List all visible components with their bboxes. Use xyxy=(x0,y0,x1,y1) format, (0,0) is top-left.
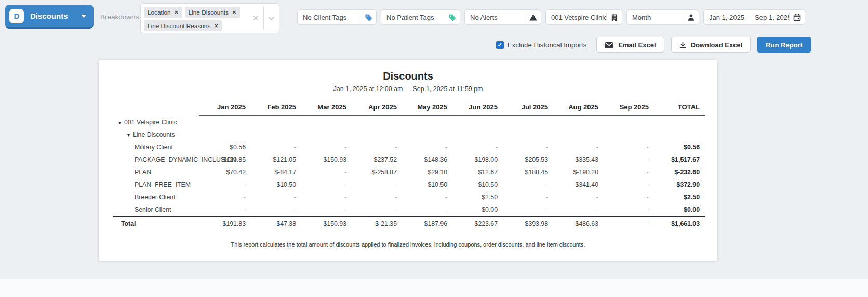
breakdown-tags: Location ✕ Line Discounts ✕ Line Discoun… xyxy=(141,4,248,33)
table-cell: - xyxy=(598,191,649,203)
table-cell: $-21.35 xyxy=(346,216,397,230)
table-cell: $187.96 xyxy=(397,216,447,230)
alert-icon xyxy=(525,14,541,21)
breakdown-tag-label: Line Discounts xyxy=(189,9,229,16)
interval-filter[interactable]: Month xyxy=(626,9,699,25)
breakdown-tag[interactable]: Line Discounts ✕ xyxy=(185,7,240,18)
breakdowns-multiselect[interactable]: Location ✕ Line Discounts ✕ Line Discoun… xyxy=(140,3,279,33)
row-label-header xyxy=(113,100,199,116)
row-label-text: PLAN_FREE_ITEM xyxy=(135,181,191,188)
checkbox-checked-icon[interactable]: ✓ xyxy=(496,41,504,49)
exclude-historical-checkbox[interactable]: ✓ Exclude Historical Imports xyxy=(496,41,586,49)
breakdowns-label: Breakdowns: xyxy=(100,13,141,21)
table-cell: $10.50 xyxy=(397,178,447,191)
table-row: PLAN_FREE_ITEM-$10.50--$10.50$10.50-$341… xyxy=(113,178,705,191)
row-label: PLAN_FREE_ITEM xyxy=(113,178,199,191)
table-cell xyxy=(346,116,397,128)
row-label-text: PLAN xyxy=(135,169,151,176)
chevron-down-icon[interactable] xyxy=(264,16,279,20)
total-row-label: Total xyxy=(113,216,199,230)
table-cell: - xyxy=(346,178,397,191)
table-row: ▾001 Vetspire Clinic xyxy=(113,116,705,128)
table-cell: - xyxy=(346,191,397,203)
table-cell: $70.42 xyxy=(199,166,246,178)
table-cell: - xyxy=(296,178,346,191)
column-header: Aug 2025 xyxy=(548,100,598,116)
date-range-filter[interactable]: Jan 1, 2025 — Sep 1, 2025 xyxy=(703,9,805,25)
tree-caret-icon[interactable]: ▾ xyxy=(118,120,121,125)
table-cell: $2.50 xyxy=(447,191,498,203)
email-excel-button[interactable]: Email Excel xyxy=(596,37,664,53)
table-cell: $12.67 xyxy=(447,166,498,178)
x-icon[interactable]: ✕ xyxy=(214,23,218,29)
client-tags-filter[interactable]: No Client Tags xyxy=(297,9,377,25)
table-cell: $150.93 xyxy=(296,153,346,166)
table-body: ▾001 Vetspire Clinic▾Line DiscountsMilit… xyxy=(113,116,705,230)
clear-icon[interactable]: ✕ xyxy=(248,14,263,22)
table-cell: $-84.17 xyxy=(246,166,296,178)
table-cell xyxy=(199,128,246,141)
table-cell: - xyxy=(498,203,548,217)
table-cell: - xyxy=(296,141,346,153)
table-cell: $10.50 xyxy=(447,178,498,191)
tree-caret-icon[interactable]: ▾ xyxy=(127,132,130,138)
table-cell: - xyxy=(498,191,548,203)
download-icon xyxy=(679,41,686,48)
table-cell: - xyxy=(296,203,346,217)
table-cell xyxy=(296,116,346,128)
table-cell: - xyxy=(397,191,447,203)
table-cell: - xyxy=(498,178,548,191)
exclude-historical-label: Exclude Historical Imports xyxy=(508,41,586,49)
calendar-icon xyxy=(790,14,805,21)
table-cell: - xyxy=(598,178,649,191)
table-cell: $188.45 xyxy=(498,166,548,178)
column-header: May 2025 xyxy=(397,100,447,116)
table-cell: $47.38 xyxy=(246,216,296,230)
report-picker-button[interactable]: D Discounts xyxy=(5,5,94,29)
table-cell: $1,661.03 xyxy=(649,216,705,230)
x-icon[interactable]: ✕ xyxy=(232,9,236,15)
table-cell xyxy=(246,116,296,128)
table-cell xyxy=(346,128,397,141)
report-title: Discounts xyxy=(99,70,717,82)
row-label-text: Senior Client xyxy=(135,206,171,213)
column-header: Mar 2025 xyxy=(296,100,346,116)
alerts-filter[interactable]: No Alerts xyxy=(464,9,541,25)
table-cell: - xyxy=(246,191,296,203)
row-label[interactable]: ▾001 Vetspire Clinic xyxy=(113,116,199,128)
table-cell: - xyxy=(548,203,598,217)
column-header: Feb 2025 xyxy=(246,100,296,116)
table-row: Military Client$0.56--------$0.56 xyxy=(113,141,705,153)
table-cell: - xyxy=(397,141,447,153)
table-total-row: Total$191.83$47.38$150.93$-21.35$187.96$… xyxy=(113,216,705,230)
breakdown-tag[interactable]: Line Discount Reasons ✕ xyxy=(144,20,222,31)
table-cell: $341.40 xyxy=(548,178,598,191)
row-label-text: Military Client xyxy=(135,144,173,151)
tag-icon xyxy=(360,14,376,21)
location-filter[interactable]: 001 Vetspire Clinic xyxy=(545,9,622,25)
breakdown-tag-label: Line Discount Reasons xyxy=(148,22,210,30)
table-cell: $150.93 xyxy=(296,216,346,230)
table-cell: - xyxy=(296,191,346,203)
table-cell: - xyxy=(346,141,397,153)
report-footnote: This report calculates the total amount … xyxy=(99,241,717,248)
breakdown-tag[interactable]: Location ✕ xyxy=(144,7,182,18)
download-excel-button[interactable]: Download Excel xyxy=(671,37,751,53)
table-cell: $335.43 xyxy=(548,153,598,166)
table-cell xyxy=(397,128,447,141)
table-cell xyxy=(548,128,598,141)
column-header: Jul 2025 xyxy=(498,100,548,116)
row-label[interactable]: ▾Line Discounts xyxy=(113,128,199,141)
breakdown-tag-label: Location xyxy=(148,9,171,16)
x-icon[interactable]: ✕ xyxy=(175,9,179,15)
table-cell: - xyxy=(548,141,598,153)
run-report-button[interactable]: Run Report xyxy=(757,37,811,53)
column-header: TOTAL xyxy=(649,100,705,116)
table-cell: $0.56 xyxy=(649,141,705,153)
table-cell: $148.36 xyxy=(397,153,447,166)
patient-tags-filter[interactable]: No Patient Tags xyxy=(381,9,460,25)
row-label-text: Line Discounts xyxy=(133,131,175,138)
table-cell xyxy=(246,128,296,141)
row-label-text: Breeder Client xyxy=(135,193,176,201)
table-cell: $1,517.67 xyxy=(649,153,705,166)
